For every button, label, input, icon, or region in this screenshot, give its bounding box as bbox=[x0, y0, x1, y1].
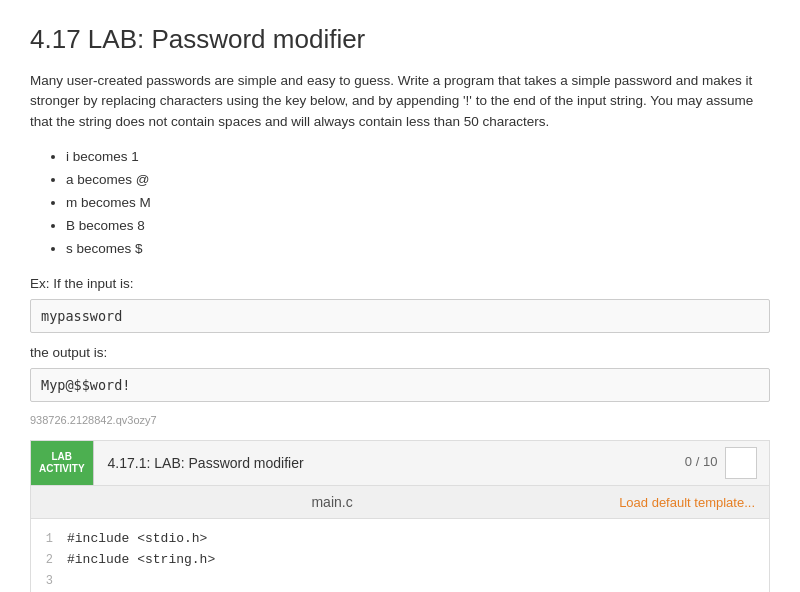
input-example-box: mypassword bbox=[30, 299, 770, 333]
output-label: the output is: bbox=[30, 345, 770, 360]
line-number: 2 bbox=[31, 550, 67, 570]
list-item: a becomes @ bbox=[66, 169, 770, 192]
score-value: 0 / 10 bbox=[685, 455, 718, 470]
code-area[interactable]: 1 #include <stdio.h> 2 #include <string.… bbox=[31, 519, 769, 592]
lab-activity-bar: LAB ACTIVITY 4.17.1: LAB: Password modif… bbox=[30, 440, 770, 486]
output-example-text: Myp@$$word! bbox=[41, 377, 130, 393]
lab-activity-title: 4.17.1: LAB: Password modifier bbox=[94, 455, 673, 471]
score-box bbox=[725, 447, 757, 479]
lab-activity-score: 0 / 10 bbox=[673, 447, 769, 479]
example-label: Ex: If the input is: bbox=[30, 276, 770, 291]
list-item: i becomes 1 bbox=[66, 146, 770, 169]
page-title: 4.17 LAB: Password modifier bbox=[30, 24, 770, 55]
bullet-list: i becomes 1 a becomes @ m becomes M B be… bbox=[66, 146, 770, 261]
editor-container: main.c Load default template... 1 #inclu… bbox=[30, 486, 770, 592]
lab-activity-label: LAB ACTIVITY bbox=[31, 441, 93, 485]
line-number: 3 bbox=[31, 571, 67, 591]
editor-header: main.c Load default template... bbox=[31, 486, 769, 519]
session-id: 938726.2128842.qv3ozy7 bbox=[30, 414, 770, 426]
output-example-box: Myp@$$word! bbox=[30, 368, 770, 402]
page-container: 4.17 LAB: Password modifier Many user-cr… bbox=[0, 0, 800, 592]
load-template-button[interactable]: Load default template... bbox=[619, 495, 755, 510]
line-content: #include <string.h> bbox=[67, 550, 215, 571]
code-line: 3 bbox=[31, 571, 769, 591]
line-number: 1 bbox=[31, 529, 67, 549]
description-text: Many user-created passwords are simple a… bbox=[30, 71, 770, 132]
line-content: #include <stdio.h> bbox=[67, 529, 207, 550]
list-item: s becomes $ bbox=[66, 238, 770, 261]
input-example-text: mypassword bbox=[41, 308, 122, 324]
list-item: B becomes 8 bbox=[66, 215, 770, 238]
code-line: 1 #include <stdio.h> bbox=[31, 529, 769, 550]
list-item: m becomes M bbox=[66, 192, 770, 215]
code-line: 2 #include <string.h> bbox=[31, 550, 769, 571]
editor-filename: main.c bbox=[45, 494, 619, 510]
